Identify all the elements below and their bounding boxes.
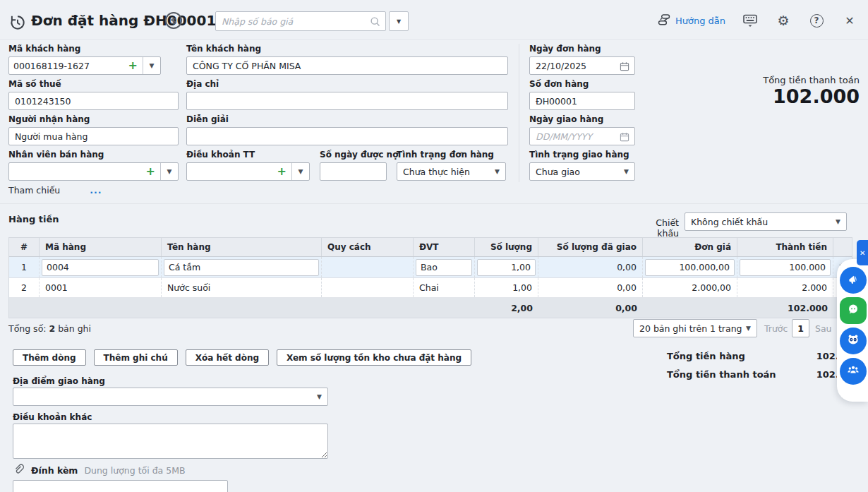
receiver-input[interactable]: [15, 131, 172, 142]
col-item-name: Tên hàng: [162, 238, 322, 256]
customer-name-input[interactable]: [193, 61, 502, 71]
view-stock-button[interactable]: Xem số lượng tồn kho chưa đặt hàng: [277, 349, 471, 366]
address-label: Địa chỉ: [186, 79, 508, 89]
gear-icon[interactable]: ⚙: [775, 12, 792, 29]
unit-price-cell[interactable]: 100.000,00: [645, 259, 735, 276]
spec-cell[interactable]: [322, 278, 414, 297]
other-terms-textarea[interactable]: [13, 424, 328, 459]
customer-code-value[interactable]: 000168119-1627: [9, 61, 123, 71]
delivery-date-input[interactable]: [536, 131, 629, 142]
col-amount: Thành tiền: [737, 238, 833, 256]
add-row-button[interactable]: Thêm dòng: [13, 349, 86, 366]
customer-dropdown-icon[interactable]: ▼: [143, 57, 160, 74]
guide-link[interactable]: Hướng dẫn: [657, 13, 725, 29]
paperclip-icon: [13, 463, 25, 478]
sales-employee-combo[interactable]: + ▼: [8, 162, 179, 181]
field-customer-code: Mã khách hàng 000168119-1627 + ▼: [8, 44, 161, 75]
discount-label: Chiết khấu: [639, 217, 679, 239]
customer-code-combo[interactable]: 000168119-1627 + ▼: [8, 56, 161, 75]
guide-icon: [657, 13, 671, 29]
next-page-button[interactable]: Sau: [815, 323, 832, 334]
col-delivered-qty: Số lượng đã giao: [538, 238, 643, 256]
attachment-input[interactable]: [13, 480, 228, 492]
items-section-title: Hàng tiền: [8, 214, 59, 224]
community-fab-button[interactable]: [840, 358, 867, 385]
record-count: Tổng số: 2 bản ghi: [8, 323, 91, 334]
col-index: #: [9, 238, 40, 256]
spec-cell[interactable]: [322, 257, 414, 277]
description-input[interactable]: [193, 131, 502, 142]
add-employee-icon[interactable]: +: [141, 166, 160, 177]
delivery-date-label: Ngày giao hàng: [529, 114, 635, 124]
chevron-down-icon: ▼: [746, 325, 751, 332]
section-separator: [0, 203, 868, 204]
payment-total-label: Tổng tiền thanh toán: [763, 75, 860, 85]
unit-price-cell[interactable]: 2.000,00: [643, 278, 737, 297]
amount-cell[interactable]: 100.000: [740, 259, 831, 276]
sales-employee-label: Nhân viên bán hàng: [8, 150, 179, 160]
prev-page-button[interactable]: Trước: [764, 323, 788, 334]
field-order-status: Tình trạng đơn hàng Chưa thực hiện▼: [397, 150, 506, 181]
unit-cell[interactable]: Chai: [414, 278, 475, 297]
delivery-status-label: Tình trạng giao hàng: [529, 150, 635, 160]
search-dropdown-button[interactable]: ▼: [389, 11, 409, 31]
terms-dropdown-icon[interactable]: ▼: [291, 163, 309, 180]
clear-rows-button[interactable]: Xóa hết dòng: [186, 349, 269, 366]
chevron-down-icon: ▼: [495, 168, 500, 175]
delivered-qty-cell: 0,00: [538, 257, 643, 277]
delivery-location-select[interactable]: ▼: [13, 388, 328, 406]
qty-cell[interactable]: 1,00: [477, 259, 536, 276]
quote-search-input[interactable]: [222, 13, 363, 30]
reference-more-link[interactable]: ...: [90, 185, 102, 196]
order-no-input[interactable]: [536, 96, 629, 107]
order-date-input[interactable]: [536, 61, 629, 71]
item-code-cell[interactable]: 0001: [40, 278, 162, 297]
discount-select[interactable]: Không chiết khấu▼: [685, 212, 847, 231]
sum-amount: 102.000: [737, 298, 833, 318]
header-actions: Hướng dẫn ⚙ ? ✕: [657, 12, 858, 29]
payment-terms-label: Điều khoản TT: [186, 150, 310, 160]
collapsed-side-button[interactable]: ✕: [857, 240, 868, 265]
order-status-select[interactable]: Chưa thực hiện▼: [397, 162, 506, 181]
history-icon[interactable]: [8, 13, 27, 32]
credit-days-input[interactable]: [326, 167, 380, 177]
col-item-code: Mã hàng: [40, 238, 162, 256]
item-name-cell[interactable]: Nước suối: [162, 278, 322, 297]
calendar-icon[interactable]: [619, 131, 630, 145]
address-input[interactable]: [193, 96, 502, 107]
keyboard-shortcuts-icon[interactable]: [742, 12, 759, 29]
calendar-icon[interactable]: [619, 61, 630, 74]
field-customer-name: Tên khách hàng: [186, 44, 508, 75]
attachment-label[interactable]: Đính kèm: [31, 465, 78, 476]
assistant-bot-fab-button[interactable]: [840, 328, 867, 354]
chevron-down-icon: ▼: [836, 218, 840, 225]
delivery-status-select[interactable]: Chưa giao▼: [529, 162, 635, 181]
tax-code-input[interactable]: [15, 96, 172, 107]
table-row-2[interactable]: 2 0001 Nước suối Chai 1,00 0,00 2.000,00…: [9, 278, 852, 298]
field-description: Diễn giải: [186, 114, 508, 145]
close-icon[interactable]: ✕: [841, 12, 858, 29]
items-table: # Mã hàng Tên hàng Quy cách ĐVT Số lượng…: [8, 237, 852, 318]
add-terms-icon[interactable]: +: [272, 166, 291, 177]
page-size-select[interactable]: 20 bản ghi trên 1 trang▼: [633, 319, 757, 337]
payment-terms-combo[interactable]: + ▼: [186, 162, 310, 181]
form-divider: [519, 44, 519, 182]
chat-fab-button[interactable]: [840, 297, 867, 324]
qty-cell[interactable]: 1,00: [475, 278, 538, 297]
table-sum-row: 2,00 0,00 102.000: [9, 298, 852, 318]
add-note-button[interactable]: Thêm ghi chú: [94, 349, 178, 366]
add-customer-icon[interactable]: +: [123, 60, 143, 71]
announcement-fab-button[interactable]: [840, 267, 867, 294]
employee-dropdown-icon[interactable]: ▼: [160, 163, 178, 180]
panda-bot-icon: [846, 332, 860, 349]
unit-cell[interactable]: Bao: [416, 259, 472, 276]
item-code-cell[interactable]: 0004: [42, 259, 159, 276]
payment-total-value: 102.000: [773, 85, 860, 107]
amount-cell[interactable]: 2.000: [737, 278, 833, 297]
debt-info-icon[interactable]: $: [165, 12, 182, 29]
total-goods-label: Tổng tiền hàng: [667, 351, 745, 361]
col-unit: ĐVT: [414, 238, 475, 256]
item-name-cell[interactable]: Cá tầm: [164, 259, 319, 276]
page-number-input[interactable]: 1: [792, 319, 809, 337]
help-icon[interactable]: ?: [808, 12, 825, 29]
